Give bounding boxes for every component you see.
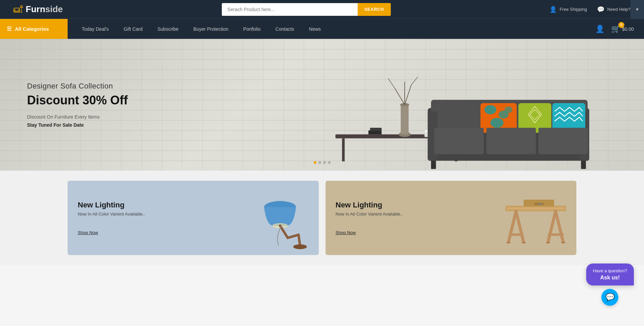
hero-subtitle: Designer Sofa Collection [27, 82, 128, 91]
svg-point-52 [546, 242, 550, 243]
svg-point-50 [506, 242, 511, 243]
need-help-label: Need Help? [607, 7, 630, 12]
svg-rect-40 [507, 207, 565, 210]
search-area: SEARCH [222, 3, 391, 16]
promo-card-left[interactable]: New Lighting Now In All Color Varient Av… [68, 181, 319, 255]
hero-note: Stay Tuned For Sale Date [27, 122, 128, 128]
slide-dots [314, 161, 331, 164]
slide-dot-1[interactable] [314, 161, 316, 164]
all-categories-label: All Categories [15, 26, 49, 32]
svg-rect-30 [434, 128, 484, 154]
promo-card-left-title: New Lighting [78, 201, 145, 209]
promo-card-left-shop-link[interactable]: Shop Now [78, 230, 98, 235]
search-button[interactable]: SEARCH [358, 3, 391, 16]
slide-dot-3[interactable] [323, 161, 326, 164]
top-bar: 🛋 Furnside SEARCH 👤 Free Shipping 💬 Need… [0, 0, 644, 19]
search-input[interactable] [222, 3, 358, 16]
svg-rect-43 [538, 203, 543, 205]
svg-line-44 [508, 211, 516, 242]
svg-line-11 [388, 78, 395, 88]
svg-point-51 [521, 242, 526, 243]
promo-card-right[interactable]: New Lighting Now In All Color Varient Av… [326, 181, 577, 255]
svg-rect-6 [401, 105, 408, 134]
svg-line-9 [405, 85, 411, 105]
cart-button[interactable]: 🛒 0 $0.00 [611, 25, 634, 33]
svg-line-36 [288, 235, 299, 238]
promo-card-left-desc: Now In All Color Varient Available.. [78, 211, 145, 217]
nav-buyer-protection[interactable]: Buyer Protection [186, 19, 236, 39]
nav-news[interactable]: News [302, 19, 328, 39]
promo-section: New Lighting Now In All Color Varient Av… [0, 171, 644, 265]
hero-title: Discount 30% Off [27, 93, 128, 107]
chat-widget: Have a question? Ask us! 💬 [586, 264, 634, 265]
all-categories-button[interactable]: ☰ All Categories [0, 19, 68, 39]
hero-sofa-svg [258, 39, 644, 171]
hero-section: Designer Sofa Collection Discount 30% Of… [0, 39, 644, 171]
promo-card-right-title: New Lighting [336, 201, 403, 209]
promo-card-left-content: New Lighting Now In All Color Varient Av… [78, 201, 145, 235]
hero-image-area [258, 39, 644, 171]
promo-card-left-image [177, 181, 315, 255]
logo-text: Furnside [26, 4, 63, 15]
svg-line-37 [299, 235, 300, 246]
promo-card-right-content: New Lighting Now In All Color Varient Av… [336, 201, 403, 235]
logo[interactable]: 🛋 Furnside [14, 4, 63, 15]
cart-amount: $0.00 [622, 26, 634, 32]
desk-svg [499, 187, 573, 248]
nav-today-deals[interactable]: Today Deal's [74, 19, 116, 39]
nav-bar: ☰ All Categories Today Deal's Gift Card … [0, 19, 644, 39]
svg-point-25 [504, 106, 512, 113]
need-help-info[interactable]: 💬 Need Help? [597, 6, 630, 13]
svg-line-47 [548, 211, 556, 242]
nav-subscribe[interactable]: Subscribe [150, 19, 186, 39]
nav-portfolio[interactable]: Portfolio [236, 19, 268, 39]
chat-bubble[interactable]: Have a question? Ask us! [586, 264, 634, 265]
svg-point-22 [484, 105, 496, 114]
slide-dot-2[interactable] [318, 161, 321, 164]
nav-gift-card[interactable]: Gift Card [116, 19, 150, 39]
svg-line-48 [556, 211, 564, 242]
nav-right-icons: 👤 🛒 0 $0.00 [585, 25, 644, 33]
svg-point-38 [293, 244, 307, 249]
free-shipping-info: 👤 Free Shipping [549, 6, 587, 13]
shipping-icon: 👤 [549, 6, 557, 13]
svg-point-24 [491, 118, 504, 128]
user-icon-button[interactable]: 👤 [595, 25, 604, 33]
svg-rect-32 [539, 128, 588, 154]
svg-rect-31 [486, 128, 536, 154]
top-right-info: 👤 Free Shipping 💬 Need Help? [549, 6, 630, 13]
svg-line-8 [395, 88, 405, 105]
help-icon: 💬 [597, 6, 604, 13]
logo-icon: 🛋 [14, 4, 23, 15]
promo-card-right-image [435, 181, 573, 255]
svg-point-53 [561, 242, 566, 243]
svg-rect-4 [370, 128, 382, 131]
promo-card-right-shop-link[interactable]: Shop Now [336, 230, 356, 235]
lamp-svg [248, 184, 315, 252]
hero-content: Designer Sofa Collection Discount 30% Of… [0, 82, 155, 128]
hamburger-icon: ☰ [7, 26, 11, 32]
svg-rect-1 [342, 138, 345, 161]
nav-contacts[interactable]: Contacts [268, 19, 302, 39]
promo-card-right-desc: Now In All Color Varient Available.. [336, 211, 403, 217]
free-shipping-label: Free Shipping [559, 7, 587, 12]
svg-line-12 [411, 77, 418, 85]
dropdown-arrow[interactable]: ▼ [630, 0, 644, 19]
svg-line-45 [516, 211, 524, 242]
hero-description: Discount On Furniture Every Items [27, 114, 128, 120]
nav-links: Today Deal's Gift Card Subscribe Buyer P… [68, 19, 585, 39]
slide-dot-4[interactable] [328, 161, 331, 164]
cart-badge: 0 [618, 22, 624, 28]
